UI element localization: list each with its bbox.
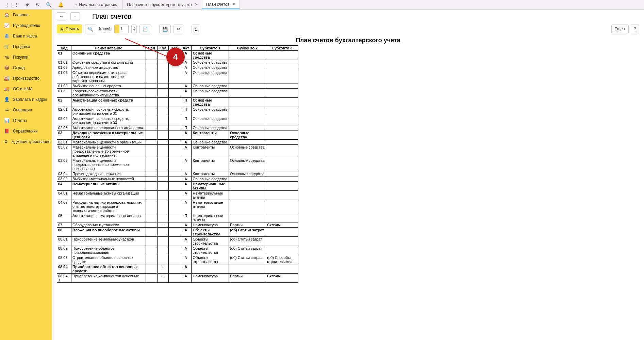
forward-button[interactable]: → (70, 12, 80, 20)
table-row[interactable]: 03.01Материальные ценности в организации… (57, 140, 298, 145)
sidebar-item[interactable]: 🏠Главное (0, 10, 52, 20)
table-cell: + (157, 274, 169, 283)
sidebar-item[interactable]: ⇄Операции (0, 105, 52, 115)
table-cell (146, 228, 157, 237)
table-cell: Основные средства (192, 83, 229, 89)
table-cell (229, 140, 266, 145)
sidebar-item[interactable]: 🏦Банк и касса (0, 31, 52, 41)
sidebar-label: Отчеты (13, 118, 27, 123)
table-cell (169, 191, 180, 200)
star-icon[interactable]: ★ (25, 2, 30, 7)
table-row[interactable]: 08.04Приобретение объектов основных сред… (57, 264, 298, 274)
bell-icon[interactable]: 🔔 (58, 2, 64, 7)
table-cell (146, 264, 157, 274)
table-row[interactable]: 07Оборудование к установке+АНоменклатура… (57, 222, 298, 228)
table-cell: 03.04 (57, 171, 71, 176)
sidebar-item[interactable]: 📦Склад (0, 62, 52, 73)
apps-icon[interactable]: ⋮⋮⋮ (5, 2, 19, 7)
table-cell: Основные средства (71, 51, 146, 60)
sidebar-item[interactable]: 👤Зарплата и кадры (0, 94, 52, 105)
sidebar-item[interactable]: 📕Справочники (0, 126, 52, 136)
table-row[interactable]: 08Вложения во внеоборотные активыАОбъект… (57, 228, 298, 237)
copies-input[interactable] (114, 25, 129, 33)
table-cell: А (180, 200, 192, 213)
preview-button[interactable]: 🔍 (85, 25, 96, 33)
table-row[interactable]: 03.03Материальные ценности предоставленн… (57, 158, 298, 171)
close-icon[interactable]: ✕ (195, 2, 198, 7)
table-cell (169, 158, 180, 171)
table-row[interactable]: 08.04.1Приобретение компонентов основных… (57, 274, 298, 283)
search-icon[interactable]: 🔍 (46, 2, 52, 7)
more-button[interactable]: Еще ▾ (611, 25, 629, 33)
table-row[interactable]: 03Доходные вложения в материальные ценно… (57, 130, 298, 140)
history-icon[interactable]: ↻ (36, 2, 40, 7)
table-row[interactable]: 05Амортизация нематериальных активовПНем… (57, 213, 298, 222)
table-cell: А (180, 65, 192, 70)
tab[interactable]: План счетов бухгалтерского учета✕ (123, 0, 202, 9)
table-row[interactable]: 02.01Амортизация основных средств, учиты… (57, 107, 298, 116)
page-setup-button[interactable]: 📄 (139, 25, 151, 33)
table-cell (146, 182, 157, 191)
table-row[interactable]: 02Амортизация основных средствПОсновные … (57, 98, 298, 107)
sidebar-item[interactable]: 🏭Производство (0, 73, 52, 83)
table-row[interactable]: 08.03Строительство объектов основных сре… (57, 255, 298, 264)
close-icon[interactable]: ✕ (232, 2, 235, 6)
table-cell (266, 89, 298, 98)
help-button[interactable]: ? (631, 25, 639, 33)
back-button[interactable]: ← (57, 12, 66, 20)
table-row[interactable]: 04.02Расходы на научно-исследовательские… (57, 200, 298, 213)
sidebar-item[interactable]: 🛍Покупки (0, 52, 52, 62)
sidebar-item[interactable]: 🛒Продажи (0, 41, 52, 52)
table-row[interactable]: 08.02Приобретение объектов природопользо… (57, 246, 298, 255)
table-cell (146, 255, 157, 264)
table-cell (169, 264, 180, 274)
table-cell (169, 83, 180, 89)
sidebar-item[interactable]: 🚚ОС и НМА (0, 83, 52, 94)
table-row[interactable]: 01.ККорректировка стоимости арендованног… (57, 89, 298, 98)
table-row[interactable]: 01.09Выбытие основных средствАОсновные с… (57, 83, 298, 89)
table-cell: 02 (57, 98, 71, 107)
table-cell (229, 116, 266, 125)
table-row[interactable]: 08.01Приобретение земельных участковАОбъ… (57, 237, 298, 246)
table-cell: + (157, 222, 169, 228)
sidebar-icon: 👤 (4, 97, 10, 102)
table-cell: Выбытие основных средств (71, 83, 146, 89)
table-cell: А (180, 145, 192, 158)
table-cell: + (157, 264, 169, 274)
table-row[interactable]: 03.02Материальные ценности предоставленн… (57, 145, 298, 158)
table-row[interactable]: 01.08Объекты недвижимости, права собстве… (57, 70, 298, 83)
table-cell (169, 98, 180, 107)
table-cell (266, 130, 298, 140)
table-cell: Прочие доходные вложения (71, 171, 146, 176)
table-row[interactable]: 03.04Прочие доходные вложенияАКонтрагент… (57, 171, 298, 176)
table-cell: Контрагенты (192, 171, 229, 176)
table-cell: Приобретение компонентов основных (71, 274, 146, 283)
tab[interactable]: ⌂Начальная страница (70, 0, 123, 9)
table-cell: Нематериальные активы организации (71, 191, 146, 200)
tab[interactable]: План счетов✕ (202, 0, 240, 9)
table-cell (266, 191, 298, 200)
table-cell (169, 171, 180, 176)
sum-button[interactable]: Σ (192, 25, 200, 33)
sidebar-label: Справочники (13, 129, 38, 134)
table-cell: Основные средства (192, 98, 229, 107)
print-button[interactable]: 🖨 Печать (57, 25, 82, 33)
sidebar-icon: 🛒 (4, 44, 10, 49)
table-row[interactable]: 02.03Амортизация арендованного имущества… (57, 125, 298, 130)
email-button[interactable]: ✉ (174, 25, 183, 33)
sidebar-item[interactable]: 📊Отчеты (0, 115, 52, 126)
sidebar-item[interactable]: ⚙Администрирование (0, 136, 52, 147)
table-row[interactable]: 02.02Амортизация основных средств, учиты… (57, 116, 298, 125)
table-row[interactable]: 04Нематериальные активыАНематериальные а… (57, 182, 298, 191)
table-cell: 02.01 (57, 107, 71, 116)
sidebar-item[interactable]: 📈Руководителю (0, 20, 52, 31)
sidebar-icon: 🏭 (4, 76, 10, 81)
table-cell: А (180, 222, 192, 228)
table-row[interactable]: 03.09Выбытие материальных ценностейАОсно… (57, 176, 298, 182)
sidebar-label: Операции (13, 108, 32, 112)
table-cell (229, 51, 266, 60)
table-cell (229, 60, 266, 65)
spinner-up-down[interactable]: ▲▼ (131, 25, 137, 33)
save-button[interactable]: 💾 (159, 25, 171, 33)
table-row[interactable]: 04.01Нематериальные активы организацииАН… (57, 191, 298, 200)
